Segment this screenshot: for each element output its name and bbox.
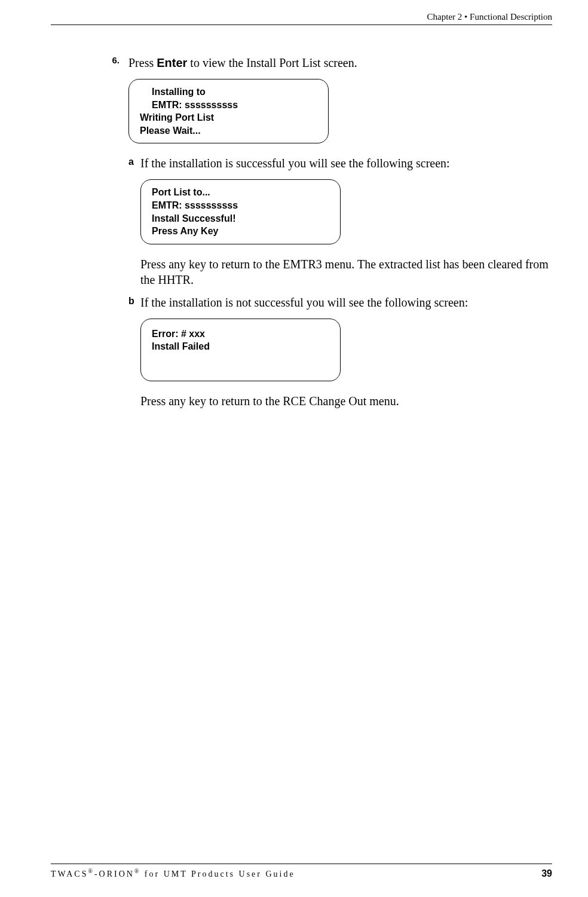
footer-orion: -ORION — [94, 870, 134, 878]
screen2-line2: EMTR: ssssssssss — [152, 199, 329, 212]
step6-pre: Press — [128, 56, 157, 69]
page-header: Chapter 2 • Functional Description — [51, 12, 552, 25]
step6-bold: Enter — [157, 56, 187, 69]
footer-title: TWACS®-ORION® for UMT Products User Guid… — [51, 868, 295, 879]
chapter-title: Chapter 2 • Functional Description — [427, 12, 552, 22]
screen-failed: Error: # xxx Install Failed — [140, 319, 341, 381]
step6-post: to view the Install Port List screen. — [187, 56, 357, 69]
screen-installing: Installing to EMTR: ssssssssss Writing P… — [128, 79, 329, 143]
screen2-line3: Install Successful! — [152, 212, 329, 225]
screen1-line2: EMTR: ssssssssss — [140, 99, 317, 112]
screen3-line1: Error: # xxx — [152, 327, 329, 341]
step-6: 6. Press Enter to view the Install Port … — [96, 55, 552, 71]
sub-a-letter: a — [128, 155, 140, 171]
step-text: Press Enter to view the Install Port Lis… — [128, 55, 357, 71]
screen3-line3: Install Failed — [152, 340, 329, 353]
screen1-line3: Writing Port List — [140, 111, 317, 124]
footer-rest: for UMT Products User Guide — [140, 870, 295, 878]
screen1-line1: Installing to — [140, 85, 317, 99]
para-after-b: Press any key to return to the RCE Chang… — [140, 393, 552, 409]
page-number: 39 — [541, 868, 552, 879]
sub-b-letter: b — [128, 295, 140, 310]
footer-twacs: TWACS — [51, 870, 88, 878]
footer-reg1: ® — [88, 868, 94, 874]
footer-reg2: ® — [134, 868, 140, 874]
screen2-line4: Press Any Key — [152, 225, 329, 238]
sub-b-text: If the installation is not successful yo… — [140, 295, 468, 310]
sub-a-block: a If the installation is successful you … — [128, 155, 552, 171]
sub-a-text: If the installation is successful you wi… — [140, 155, 450, 171]
page-footer: TWACS®-ORION® for UMT Products User Guid… — [51, 864, 552, 879]
screen-success: Port List to... EMTR: ssssssssss Install… — [140, 179, 341, 244]
para-after-a: Press any key to return to the EMTR3 men… — [140, 256, 552, 287]
step-number: 6. — [96, 55, 128, 71]
screen2-line1: Port List to... — [152, 186, 329, 199]
sub-b-block: b If the installation is not successful … — [128, 295, 552, 310]
screen1-line4: Please Wait... — [140, 124, 317, 137]
